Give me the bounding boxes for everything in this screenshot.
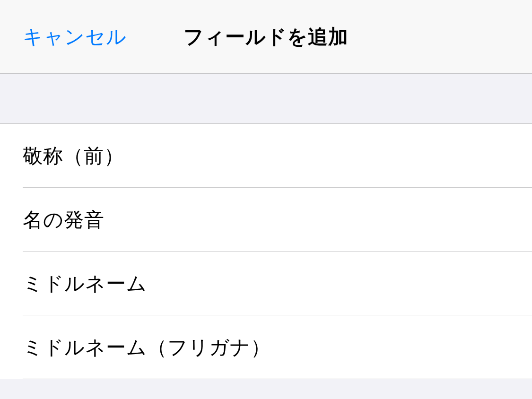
field-options-list: 敬称（前） 名の発音 ミドルネーム ミドルネーム（フリガナ）: [0, 124, 532, 379]
field-option-phonetic-middle-name[interactable]: ミドルネーム（フリガナ）: [0, 315, 532, 379]
field-option-label: ミドルネーム（フリガナ）: [23, 334, 271, 361]
field-option-label: ミドルネーム: [23, 270, 147, 297]
field-option-label: 名の発音: [23, 207, 105, 233]
page-title: フィールドを追加: [183, 24, 349, 50]
section-spacer: [0, 74, 532, 124]
field-option-middle-name[interactable]: ミドルネーム: [0, 252, 532, 315]
field-option-phonetic-first-name[interactable]: 名の発音: [0, 188, 532, 252]
cancel-button[interactable]: キャンセル: [23, 24, 127, 50]
field-option-prefix[interactable]: 敬称（前）: [0, 124, 532, 188]
field-option-label: 敬称（前）: [23, 143, 124, 169]
navigation-bar: キャンセル フィールドを追加: [0, 0, 532, 74]
